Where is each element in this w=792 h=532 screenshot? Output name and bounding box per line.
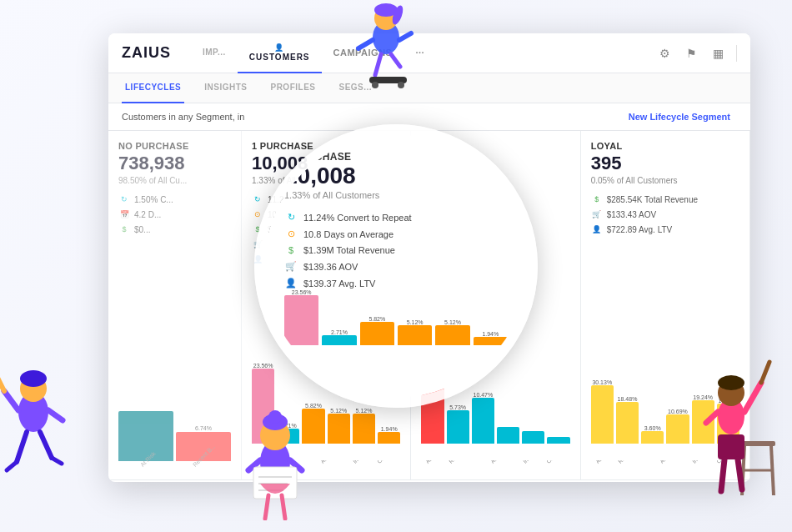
app-logo: ZAIUS (122, 44, 171, 62)
col-one-purchase-stats: ↻11.24% Convert to Repeat ⊙10.8 Days on … (252, 193, 400, 265)
col-loyal-subtitle: 0.05% of All Customers (591, 176, 739, 185)
filter-text: Customers in (122, 112, 178, 122)
svg-point-10 (398, 82, 404, 88)
character-right (696, 333, 779, 503)
col-no-purchase-title: NO PURCHASE (118, 141, 231, 151)
col-no-purchase-subtitle: 98.50% of All Cu... (118, 176, 231, 185)
dashboard-window: ZAIUS IMP... 👤 CUSTOMERS CAMPAIGNS ··· ⚙… (108, 33, 750, 482)
svg-line-6 (375, 54, 381, 75)
col-loyal-stats: $$285.54K Total Revenue 🛒$133.43 AOV 👤$7… (591, 193, 739, 235)
nav-divider (736, 45, 737, 62)
svg-line-20 (52, 458, 62, 464)
svg-rect-43 (718, 434, 744, 459)
tab-profiles[interactable]: PROFILES (267, 73, 318, 103)
col-loyal-title: LOYAL (591, 141, 739, 151)
svg-line-4 (358, 40, 373, 48)
nav-customers[interactable]: 👤 CUSTOMERS (238, 33, 322, 73)
character-top (346, 0, 421, 112)
tab-insights[interactable]: INSIGHTS (201, 73, 250, 103)
chart-icon[interactable]: ▦ (709, 45, 726, 62)
new-lifecycle-button[interactable]: New Lifecycle Segment (622, 108, 737, 125)
gear-icon[interactable]: ⚙ (656, 45, 673, 62)
svg-point-24 (268, 410, 282, 424)
col-repeat-title: RE... (421, 141, 569, 151)
filter-suffix: , in (233, 112, 245, 122)
svg-line-15 (0, 374, 4, 391)
svg-line-42 (706, 412, 718, 423)
col-repeat-stats: ↻31.18% Conv... ⊙18.3 Days on Av... $$23… (421, 193, 569, 265)
col-repeat-count: 872 (421, 153, 569, 174)
sub-nav: LIFECYCLES INSIGHTS PROFILES SEGS... (108, 73, 750, 103)
svg-rect-33 (742, 441, 775, 446)
col-one-purchase-title: 1 PURCHASE (252, 141, 400, 151)
svg-line-19 (40, 432, 52, 458)
col-loyal-count: 395 (591, 153, 739, 174)
col-repeat-subtitle: 0.12% of Al... (421, 176, 569, 185)
svg-line-14 (4, 391, 18, 410)
filter-bar: Customers in any Segment , in New Lifecy… (108, 103, 750, 131)
svg-line-5 (399, 33, 411, 40)
col-one-purchase-count: 10,008 (252, 153, 400, 174)
col-no-purchase-stats: ↻1.50% C... 📅4.2 D... $$0... (118, 193, 231, 235)
top-nav: ZAIUS IMP... 👤 CUSTOMERS CAMPAIGNS ··· ⚙… (108, 33, 750, 73)
character-center-bottom (233, 387, 317, 524)
dimension-row[interactable]: + + Dimension (108, 479, 750, 482)
col-no-purchase: NO PURCHASE 738,938 98.50% of All Cu... … (108, 131, 242, 479)
svg-point-9 (372, 82, 378, 88)
content-area: NO PURCHASE 738,938 98.50% of All Cu... … (108, 131, 750, 479)
svg-line-44 (721, 459, 724, 491)
flag-icon[interactable]: ⚑ (683, 45, 699, 62)
tab-lifecycles[interactable]: LIFECYCLES (122, 73, 184, 103)
svg-point-13 (20, 370, 47, 387)
svg-line-18 (7, 462, 17, 470)
nav-impa[interactable]: IMP... (191, 33, 238, 73)
svg-line-45 (738, 459, 742, 489)
svg-line-7 (391, 54, 400, 67)
nav-right: ⚙ ⚑ ▦ (656, 45, 737, 62)
svg-line-16 (48, 410, 63, 420)
character-left (0, 337, 75, 490)
col-one-purchase-subtitle: 1.33% of All Customers (252, 176, 400, 185)
svg-line-17 (17, 432, 27, 462)
col-repeat: RE... 872 0.12% of Al... ↻31.18% Conv...… (411, 131, 580, 479)
col-no-purchase-count: 738,938 (118, 153, 231, 174)
svg-line-40 (744, 383, 761, 412)
svg-rect-27 (253, 467, 297, 499)
svg-line-41 (761, 362, 769, 383)
nav-items: IMP... 👤 CUSTOMERS CAMPAIGNS ··· (191, 33, 656, 73)
filter-link[interactable]: any Segment (178, 112, 233, 122)
svg-point-39 (718, 375, 744, 390)
